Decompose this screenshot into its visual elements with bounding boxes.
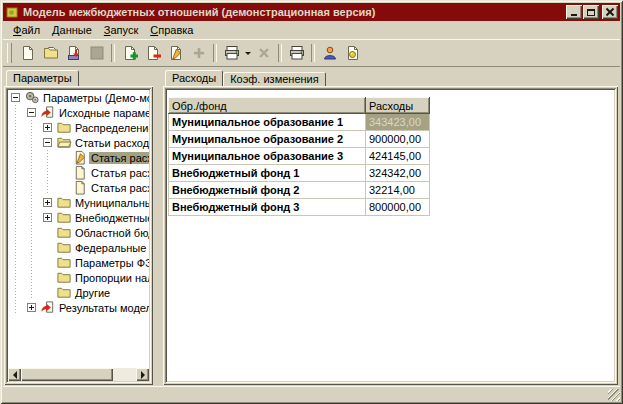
tree-item[interactable]: Другие — [8, 285, 149, 300]
title-bar[interactable]: Модель межбюджетных отношений (демонстра… — [3, 3, 620, 21]
add-record-icon — [122, 45, 138, 61]
delete-record-button[interactable] — [141, 42, 164, 64]
tree-item-label: Федеральные трансф — [73, 242, 149, 254]
tree-item[interactable]: Исходные параметры — [8, 105, 149, 120]
expense-value-cell[interactable]: 324342,00 — [366, 165, 430, 182]
printer-icon — [289, 45, 305, 61]
fund-name-cell[interactable]: Муниципальное образование 2 — [169, 131, 366, 148]
close-icon — [606, 8, 614, 16]
tree-indent-line — [8, 165, 24, 180]
fund-name-cell[interactable]: Внебюджетный фонд 3 — [169, 199, 366, 216]
tree-indent-line — [40, 165, 56, 180]
about-help-button[interactable] — [341, 42, 364, 64]
expand-plus-icon[interactable] — [43, 198, 52, 207]
collapse-minus-icon[interactable] — [27, 108, 36, 117]
folder-icon — [56, 195, 73, 210]
tree-item-label: Пропорции налогов — [73, 272, 149, 284]
toolbar-grip[interactable] — [7, 43, 12, 63]
tree-item[interactable]: Распределение налог — [8, 120, 149, 135]
collapse-minus-icon[interactable] — [43, 138, 52, 147]
new-document-button[interactable] — [16, 42, 39, 64]
scrollbar-track[interactable] — [113, 368, 136, 381]
toolbar — [3, 39, 620, 67]
tree-item[interactable]: Результаты моделирован — [8, 300, 149, 315]
expand-plus-icon[interactable] — [43, 213, 52, 222]
save-icon — [66, 45, 82, 61]
tree-item[interactable]: Статья расходов 2 — [8, 165, 149, 180]
tree-item[interactable]: Статья расходов 3 — [8, 180, 149, 195]
expense-value-cell[interactable]: 800000,00 — [366, 199, 430, 216]
tree-item-label: Результаты моделирован — [57, 302, 149, 314]
tree-indent-line — [8, 225, 24, 240]
fund-name-cell[interactable]: Внебюджетный фонд 1 — [169, 165, 366, 182]
expense-value-cell[interactable]: 343423,00 — [366, 114, 430, 131]
folder-icon — [56, 120, 73, 135]
scrollbar-thumb[interactable] — [21, 368, 113, 381]
about-icon — [345, 45, 361, 61]
scroll-left-button[interactable] — [8, 368, 21, 381]
column-header-fund[interactable]: Обр./фонд — [169, 98, 366, 114]
expand-plus-icon[interactable] — [43, 123, 52, 132]
application-window: Модель межбюджетных отношений (демонстра… — [0, 0, 623, 404]
maximize-button[interactable] — [583, 5, 599, 19]
menu-data[interactable]: Данные — [46, 22, 98, 38]
tree-item[interactable]: Параметры (Демо-модель-2. — [8, 90, 149, 105]
add-disabled-button — [187, 42, 210, 64]
expense-value-cell[interactable]: 424145,00 — [366, 148, 430, 165]
edit-record-button[interactable] — [164, 42, 187, 64]
tree-indent-line — [8, 120, 24, 135]
table-row: Муниципальное образование 1343423,00 — [169, 114, 430, 131]
tree-item[interactable]: Статьи расходов — [8, 135, 149, 150]
menu-file[interactable]: Файл — [7, 22, 46, 38]
tree-item[interactable]: Пропорции налогов — [8, 270, 149, 285]
column-header-expenses[interactable]: Расходы — [366, 98, 430, 114]
tree-item-label: Муниципальные обра — [73, 197, 149, 209]
open-model-button[interactable] — [39, 42, 62, 64]
resize-grip[interactable] — [608, 389, 620, 401]
menu-run[interactable]: Запуск — [98, 22, 144, 38]
tree-item-label: Областной бюджет — [73, 227, 149, 239]
tree-indent-line — [8, 300, 24, 315]
expand-plus-icon[interactable] — [27, 303, 36, 312]
print-button[interactable] — [285, 42, 308, 64]
folder-icon — [56, 210, 73, 225]
parameters-tree: Параметры (Демо-модель-2.Исходные параме… — [8, 90, 149, 368]
save-record-button[interactable] — [62, 42, 85, 64]
toolbar-separator — [278, 44, 282, 62]
tab-expenses[interactable]: Расходы — [165, 70, 223, 86]
expense-value-cell[interactable]: 32214,00 — [366, 182, 430, 199]
tree-item[interactable]: Федеральные трансф — [8, 240, 149, 255]
tree-item[interactable]: Муниципальные обра — [8, 195, 149, 210]
collapse-minus-icon[interactable] — [11, 93, 20, 102]
minimize-button[interactable] — [566, 5, 582, 19]
tree-item-label: Распределение налог — [73, 122, 149, 134]
fund-name-cell[interactable]: Муниципальное образование 3 — [169, 148, 366, 165]
blank-disabled-button — [85, 42, 108, 64]
close-button[interactable] — [602, 5, 618, 19]
tree-item[interactable]: Параметры ФЭР — [8, 255, 149, 270]
user-info-button[interactable] — [318, 42, 341, 64]
add-record-button[interactable] — [118, 42, 141, 64]
tree-item[interactable]: Статья расходов 1 — [8, 150, 149, 165]
tree-indent-line — [24, 165, 40, 180]
tree-item[interactable]: Областной бюджет — [8, 225, 149, 240]
tree-indent-line — [24, 240, 40, 255]
parameters-page: Параметры (Демо-модель-2.Исходные параме… — [4, 86, 153, 385]
tree-horizontal-scrollbar[interactable] — [8, 368, 149, 381]
expense-value-cell[interactable]: 900000,00 — [366, 131, 430, 148]
tree-indent-line — [8, 150, 24, 165]
tab-parameters[interactable]: Параметры — [6, 70, 79, 86]
tree-item-label: Параметры (Демо-модель-2. — [41, 92, 149, 104]
tree-indent-line — [24, 180, 40, 195]
tree-item[interactable]: Внебюджетные фонд — [8, 210, 149, 225]
print-preview-dropdown[interactable] — [243, 42, 252, 64]
window-controls — [566, 5, 618, 19]
fund-name-cell[interactable]: Внебюджетный фонд 2 — [169, 182, 366, 199]
tab-change-coefficients[interactable]: Коэф. изменения — [223, 72, 326, 86]
scroll-right-button[interactable] — [136, 368, 149, 381]
edit-record-icon — [168, 45, 184, 61]
fund-name-cell[interactable]: Муниципальное образование 1 — [169, 114, 366, 131]
menu-help[interactable]: Справка — [144, 22, 199, 38]
right-tab-bar: РасходыКоэф. изменения — [163, 68, 618, 86]
print-preview-button[interactable] — [220, 42, 243, 64]
